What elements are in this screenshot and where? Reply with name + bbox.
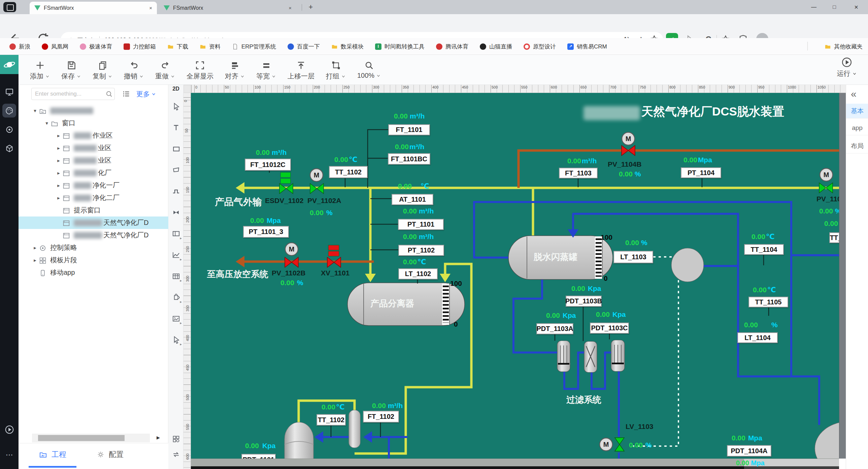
toolbar-button-copy[interactable]: 复制 [93, 57, 113, 81]
tab-close-icon[interactable]: × [288, 5, 291, 11]
bookmark-item[interactable]: 原型设计 [524, 43, 556, 51]
toolstrip-chart-tool[interactable]: ▸ [170, 248, 182, 261]
toolstrip-valve-tool[interactable] [170, 206, 182, 219]
toolbar-button-save[interactable]: 保存 [61, 57, 81, 81]
tree-caret-icon[interactable]: ▸ [55, 183, 62, 189]
toolstrip-select-tool[interactable] [170, 100, 182, 113]
instrument-tag-PT_1104[interactable]: PT_1104 [681, 167, 721, 178]
tree-caret-icon[interactable]: ▸ [55, 145, 62, 151]
bookmark-item[interactable]: ↗销售易CRM [567, 43, 607, 51]
tree-item-窗口[interactable]: ▾窗口 [19, 117, 168, 129]
rail-item-hmi-designer[interactable] [2, 104, 16, 118]
bookmark-item[interactable]: 极速体育 [80, 43, 112, 51]
window-maximize-button[interactable]: □ [827, 3, 842, 12]
toolbar-button-full[interactable]: 全屏显示 [187, 57, 214, 81]
instrument-tag-TT_1104[interactable]: TT_1104 [744, 244, 784, 255]
tree-caret-icon[interactable]: ▸ [55, 133, 62, 139]
instrument-tag-LT_1103[interactable]: LT_1103 [614, 251, 653, 263]
bookmark-item[interactable]: 力控邮箱 [124, 43, 156, 51]
toolbar-button-plus[interactable]: 添加 [30, 57, 50, 81]
toolstrip-image-tool[interactable]: ▸ [170, 312, 182, 325]
instrument-tag-PT_1101_3[interactable]: PT_1101_3 [243, 226, 289, 238]
tree-item-模板片段[interactable]: ▸模板片段 [19, 254, 168, 266]
toolbar-button-redo[interactable]: 重做 [155, 57, 175, 81]
tree-caret-icon[interactable]: ▸ [31, 245, 39, 251]
instrument-tag-FT_1103[interactable]: FT_1103 [559, 168, 598, 179]
instrument-tag-PDT_1103A[interactable]: PDT_1103A [536, 323, 574, 334]
app-logo[interactable] [0, 55, 19, 74]
toolbar-button-undo[interactable]: 撤销 [124, 57, 144, 81]
instrument-tag-FT_1102[interactable]: FT_1102 [363, 411, 399, 423]
tree-item-净化一厂[interactable]: ▸净化一厂 [19, 179, 168, 192]
toolstrip-table-tool[interactable]: ▸ [170, 269, 182, 283]
instrument-tag-PDT_1103C[interactable]: PDT_1103C [590, 322, 629, 334]
toolstrip-pointer-tool[interactable]: ▸ [170, 333, 182, 346]
toolbar-button-align[interactable]: 对齐 [225, 57, 245, 81]
tree-caret-icon[interactable]: ▸ [31, 257, 39, 263]
toolstrip-text-tool[interactable] [170, 121, 182, 134]
bookmark-item[interactable]: ERP管理系统 [232, 43, 276, 51]
run-button[interactable]: 运行 [832, 57, 862, 78]
tab-config[interactable]: 配置 [97, 449, 124, 460]
more-button[interactable]: 更多 [136, 90, 156, 99]
bookmark-item[interactable]: 凤凰网 [42, 43, 68, 51]
window-close-button[interactable]: × [848, 3, 864, 12]
rail-item-screens[interactable] [2, 85, 16, 99]
browser-workspaces-icon[interactable] [3, 2, 16, 12]
instrument-tag-LT_1104[interactable]: LT_1104 [737, 332, 778, 343]
tree-item-业区[interactable]: ▸业区 [19, 142, 168, 154]
tab-app[interactable]: app [846, 121, 868, 135]
instrument-tag-FT_1101BC[interactable]: FT_1101BC [388, 153, 430, 165]
bookmark-item[interactable]: I时间戳转换工具 [375, 43, 425, 51]
instrument-tag-PDT_1104A[interactable]: PDT_1104A [727, 445, 771, 457]
bookmark-item[interactable]: 下载 [167, 43, 188, 51]
toolbar-button-eq[interactable]: 等宽 [256, 57, 276, 81]
toolstrip-polygon-tool[interactable] [170, 163, 182, 177]
instrument-tag-PDT_1101[interactable]: PDT_1101 [241, 454, 276, 459]
toolstrip-widget-tool[interactable]: ▸ [170, 290, 182, 304]
panel-horizontal-scrollbar[interactable] [32, 434, 150, 442]
collapse-panel-icon[interactable]: « [851, 88, 857, 100]
search-input[interactable] [31, 88, 115, 100]
toolstrip-components[interactable] [170, 432, 182, 446]
tree-caret-icon[interactable]: ▸ [55, 195, 62, 201]
tree-item-化厂[interactable]: ▸化厂 [19, 167, 168, 179]
list-view-icon[interactable] [122, 90, 130, 98]
tree-caret-icon[interactable]: ▾ [43, 120, 51, 126]
instrument-tag-AT_1101[interactable]: AT_1101 [392, 194, 433, 205]
toolstrip-swap[interactable] [170, 448, 182, 461]
bookmark-other-favorites[interactable]: 其他收藏夹 [825, 38, 863, 55]
instrument-tag-PT_1102[interactable]: PT_1102 [398, 245, 444, 256]
tab-close-icon[interactable]: × [149, 5, 152, 11]
tree-item-业区[interactable]: ▸业区 [19, 154, 168, 167]
scrollbar-thumb[interactable] [38, 435, 125, 441]
rail-run-icon[interactable] [2, 423, 16, 436]
toolbar-button-zoom[interactable]: 100% [357, 57, 381, 81]
tree-item-作业区[interactable]: ▸作业区 [19, 129, 168, 142]
tree-item-天然气净化厂D[interactable]: 天然气净化厂D [19, 217, 168, 229]
tree-caret-icon[interactable]: ▾ [31, 108, 39, 114]
rail-item-model-3d[interactable] [2, 142, 16, 155]
bookmark-item[interactable]: 腾讯体育 [436, 43, 468, 51]
instrument-tag-TT_11[interactable]: TT_11 [829, 232, 839, 243]
tree-item-控制策略[interactable]: ▸控制策略 [19, 241, 168, 254]
window-minimize-button[interactable]: — [806, 3, 822, 12]
tab-project[interactable]: 工程 [39, 449, 66, 460]
bookmark-item[interactable]: 山猫直播 [480, 43, 512, 51]
bookmark-item[interactable]: 数采模块 [331, 43, 364, 51]
toolstrip-pipeline-tool[interactable] [170, 185, 182, 198]
tree-item-天然气净化厂D[interactable]: 天然气净化厂D [19, 229, 168, 241]
tree-item-移动app[interactable]: 移动app [19, 266, 168, 279]
instrument-tag-LT_1102[interactable]: LT_1102 [398, 268, 438, 279]
instrument-tag-PDT_1103B[interactable]: PDT_1103B [566, 295, 602, 307]
tree-item-提示窗口[interactable]: 提示窗口 [19, 204, 168, 217]
hmi-canvas[interactable]: MMMMM10001000 天然气净化厂DCS脱水装置 FT_1101FT_11… [191, 93, 839, 459]
browser-tab-active[interactable]: FSmartWorx × [30, 2, 157, 14]
toolbar-button-moveup[interactable]: 上移一层 [287, 57, 314, 81]
rail-more-icon[interactable]: ⋯ [2, 448, 16, 462]
instrument-tag-TT_1102[interactable]: TT_1102 [316, 414, 346, 426]
tree-caret-icon[interactable]: ▸ [55, 170, 62, 176]
rail-item-monitoring[interactable] [2, 123, 16, 136]
instrument-tag-FT_1101[interactable]: FT_1101 [388, 124, 430, 135]
instrument-tag-TT_1102[interactable]: TT_1102 [329, 166, 368, 178]
